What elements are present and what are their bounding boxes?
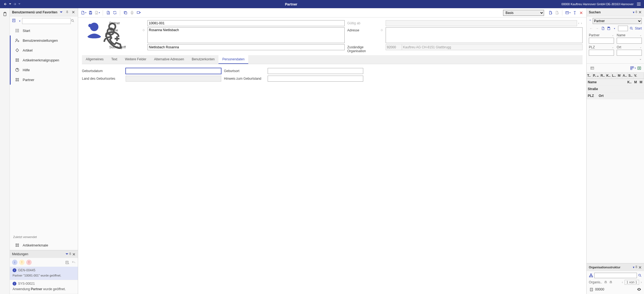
message-item[interactable]: iSYS-00021 Anwendung Partner wurde geöff…: [10, 280, 78, 294]
col-m[interactable]: M: [617, 73, 622, 79]
land-input[interactable]: [126, 76, 221, 82]
suchen-pin-icon[interactable]: [634, 10, 638, 14]
sidebar-item-settings[interactable]: Benutzereinstellungen: [10, 35, 78, 45]
sf-plz-input[interactable]: [589, 50, 614, 56]
org-pin-icon[interactable]: [634, 265, 638, 269]
undo-icon[interactable]: [72, 260, 76, 265]
sidebar-item-partner[interactable]: Partner: [10, 75, 78, 85]
search-count-input[interactable]: [618, 26, 628, 31]
search-new-icon[interactable]: [601, 26, 605, 31]
sf-ort-input[interactable]: [617, 50, 642, 56]
validate-button[interactable]: [105, 10, 111, 16]
search-forward-icon[interactable]: →: [595, 26, 599, 31]
person-icon[interactable]: [103, 20, 107, 25]
col-k2[interactable]: K..: [626, 79, 633, 85]
close-panel-icon[interactable]: [71, 10, 76, 15]
tab-allgemeines[interactable]: Allgemeines: [82, 55, 107, 64]
table-icon[interactable]: [589, 65, 595, 71]
doc-up-button[interactable]: [547, 10, 553, 16]
col-m1[interactable]: M: [633, 79, 639, 85]
sidebar-item-start[interactable]: Start: [10, 26, 78, 35]
grid-settings-icon[interactable]: [629, 65, 635, 71]
col-t[interactable]: T..: [587, 73, 592, 79]
list-details-icon[interactable]: [65, 260, 69, 265]
next-icon[interactable]: ›: [580, 21, 583, 25]
link-icon[interactable]: ◇: [381, 28, 383, 31]
phone-icon[interactable]: [103, 30, 107, 34]
col-ort[interactable]: Ort: [598, 93, 644, 99]
prev-icon[interactable]: ‹: [578, 21, 580, 25]
chevron-down-icon[interactable]: ⌄: [640, 46, 642, 49]
col-r[interactable]: R..: [600, 73, 606, 79]
window-button[interactable]: [565, 10, 571, 16]
name-input[interactable]: Rosanna Nietlisbach: [147, 27, 345, 43]
link-icon[interactable]: ◇: [143, 28, 145, 31]
eye-icon[interactable]: [637, 287, 641, 292]
org-close-icon[interactable]: [638, 266, 642, 269]
nav-forward-button[interactable]: [12, 1, 17, 7]
col-a[interactable]: A..: [622, 73, 628, 79]
delete-button[interactable]: [94, 10, 101, 16]
nav-forward-dropdown[interactable]: [18, 1, 21, 7]
close-button[interactable]: [578, 10, 584, 16]
refresh-button[interactable]: [112, 10, 118, 16]
chevron-down-icon[interactable]: ⌄: [640, 34, 642, 37]
adresse-input[interactable]: [386, 27, 583, 43]
org-search-input[interactable]: [594, 273, 637, 278]
tab-personendaten[interactable]: Personendaten: [218, 55, 248, 64]
suchen-close-icon[interactable]: [638, 10, 642, 14]
suchen-type-select[interactable]: Partner: [593, 18, 642, 24]
copy-button[interactable]: [122, 10, 128, 16]
tab-alternative[interactable]: Alternative Adressen: [150, 55, 188, 64]
pin-icon[interactable]: [65, 10, 70, 15]
expand-icon[interactable]: ⌄: [639, 57, 642, 61]
person-add-icon[interactable]: [103, 25, 107, 29]
tab-text[interactable]: Text: [107, 55, 121, 64]
col-v[interactable]: V.: [634, 73, 644, 79]
info-badge[interactable]: i: [12, 260, 17, 265]
partner-input[interactable]: [147, 20, 345, 26]
chevron-down-icon[interactable]: ⌄: [612, 34, 614, 37]
meld-close-icon[interactable]: [72, 253, 76, 256]
col-strasse[interactable]: Straße: [587, 86, 644, 92]
menu-view-icon[interactable]: [12, 18, 17, 24]
col-p[interactable]: P.. ▴: [592, 73, 600, 79]
org-print1-icon[interactable]: [604, 281, 607, 284]
nav-back-button[interactable]: [3, 1, 8, 7]
sf-partner-input[interactable]: [589, 38, 614, 44]
sf-name-input[interactable]: [617, 38, 642, 44]
message-item[interactable]: iGEN-00445 Partner "10081-001" wurde geö…: [10, 267, 78, 280]
chevron-down-icon[interactable]: ⌄: [612, 46, 614, 49]
meld-dropdown[interactable]: [66, 253, 68, 256]
org-item[interactable]: 00000: [589, 286, 642, 292]
export-button[interactable]: [135, 10, 141, 16]
save-button[interactable]: [87, 10, 93, 16]
panel-dropdown-icon[interactable]: [59, 10, 64, 15]
org-print2-icon[interactable]: [609, 281, 613, 284]
doc-down-button[interactable]: [554, 10, 560, 16]
org-prev-icon[interactable]: ‹: [622, 280, 623, 284]
search-start-button[interactable]: Start: [635, 26, 642, 30]
col-k[interactable]: K..: [606, 73, 611, 79]
search-mag-icon[interactable]: [629, 26, 634, 31]
sidebar-item-hilfe[interactable]: Hilfe: [10, 65, 78, 75]
new-button[interactable]: [80, 10, 87, 16]
col-name[interactable]: Name: [587, 79, 626, 85]
col-l[interactable]: L..: [611, 73, 617, 79]
nav-back-dropdown[interactable]: [9, 1, 11, 7]
collapse-icon[interactable]: ⌃: [589, 19, 592, 23]
col-m2[interactable]: M: [639, 79, 644, 85]
grid-dd[interactable]: ▾: [635, 67, 636, 69]
col-s[interactable]: S..: [628, 73, 634, 79]
gueltig-input[interactable]: [386, 20, 577, 26]
sidebar-item-merkmalgruppen[interactable]: Artikelmerkmalgruppen: [10, 55, 78, 65]
warn-badge[interactable]: !: [19, 260, 25, 265]
geburtsort-input[interactable]: [268, 68, 363, 74]
geburtsdatum-input[interactable]: [126, 68, 221, 74]
tab-benutzerkonten[interactable]: Benutzerkonten: [188, 55, 218, 64]
org-tree-icon[interactable]: [589, 273, 593, 278]
text-button[interactable]: [572, 10, 578, 16]
menu-search-input[interactable]: [22, 18, 71, 24]
error-badge[interactable]: !: [26, 260, 32, 265]
hinweis-input[interactable]: [268, 76, 363, 82]
